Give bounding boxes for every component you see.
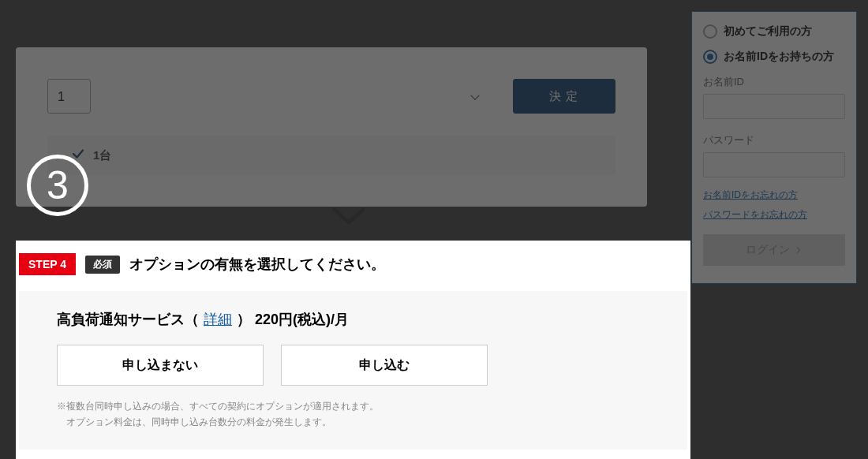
step4-panel: STEP 4 必須 オプションの有無を選択してください。 高負荷通知サービス（詳… [16,241,690,459]
step-indicator-circle: 3 [27,155,88,216]
option-note: ※複数台同時申し込みの場合、すべての契約にオプションが適用されます。 オプション… [57,398,649,431]
step-indicator-number: 3 [47,162,69,208]
service-name: 高負荷通知サービス（ [57,312,199,327]
option-no-button[interactable]: 申し込まない [57,345,264,386]
option-block: 高負荷通知サービス（詳細） 220円(税込)/月 申し込まない 申し込む ※複数… [19,291,687,450]
detail-link[interactable]: 詳細 [199,312,237,327]
step4-title: オプションの有無を選択してください。 [129,255,385,274]
option-buttons-row: 申し込まない 申し込む [57,345,649,386]
service-line: 高負荷通知サービス（詳細） 220円(税込)/月 [57,310,649,329]
step4-badge: STEP 4 [19,253,76,275]
option-yes-button[interactable]: 申し込む [281,345,488,386]
option-note-line2: オプション料金は、同時申し込み台数分の料金が発生します。 [57,414,649,430]
option-note-line1: ※複数台同時申し込みの場合、すべての契約にオプションが適用されます。 [57,398,649,414]
step4-header: STEP 4 必須 オプションの有無を選択してください。 [16,253,690,291]
required-badge: 必須 [85,256,120,274]
service-price: ） 220円(税込)/月 [237,312,349,327]
